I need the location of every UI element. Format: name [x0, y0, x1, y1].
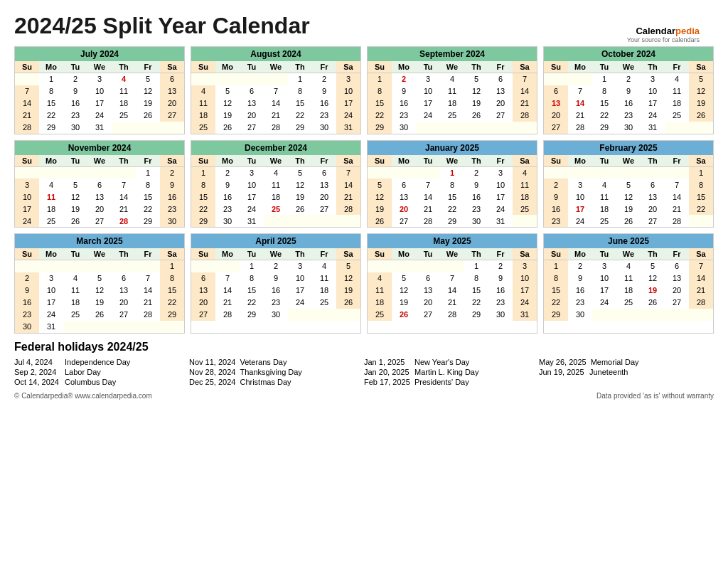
cal-cell: 10 — [488, 179, 513, 191]
day-header-mo: Mo — [392, 248, 416, 260]
cal-cell: 8 — [440, 179, 464, 191]
cal-cell: 8 — [592, 85, 616, 97]
cal-cell — [160, 122, 184, 134]
day-header-mo: Mo — [215, 61, 240, 73]
cal-cell: 15 — [240, 285, 264, 297]
holiday-row: Jan 1, 2025New Year's Day — [364, 358, 539, 366]
holiday-date: Jan 1, 2025 — [364, 358, 410, 366]
cal-cell: 13 — [240, 97, 264, 110]
cal-table: SuMoTuWeThFrSa12345678910111213141516171… — [15, 248, 184, 333]
cal-cell: 14 — [336, 179, 360, 191]
cal-cell: 6 — [240, 85, 264, 97]
cal-cell: 2 — [616, 73, 641, 85]
cal-cell: 15 — [136, 191, 160, 203]
cal-cell: 3 — [488, 166, 513, 179]
cal-cell: 21 — [136, 297, 160, 309]
day-header-we: We — [87, 155, 112, 167]
holiday-row: Sep 2, 2024Labor Day — [14, 368, 189, 376]
footer-left: © Calendarpedia® www.calendarpedia.com — [14, 392, 152, 400]
cal-cell: 9 — [464, 179, 488, 191]
cal-cell — [191, 260, 215, 272]
cal-cell: 10 — [288, 272, 312, 285]
cal-cell: 19 — [616, 203, 641, 215]
day-header-sa: Sa — [336, 155, 360, 167]
cal-cell: 10 — [513, 272, 537, 285]
holiday-date: Nov 28, 2024 — [189, 368, 235, 376]
cal-cell: 26 — [464, 110, 488, 122]
cal-cell: 10 — [39, 285, 63, 297]
cal-cell: 6 — [160, 73, 184, 85]
cal-cell: 1 — [464, 260, 488, 272]
cal-cell: 10 — [568, 191, 592, 203]
cal-cell: 24 — [416, 110, 440, 122]
cal-cell — [641, 166, 665, 179]
cal-cell: 4 — [264, 166, 288, 179]
month-january-2025: January 2025SuMoTuWeThFrSa12345678910111… — [367, 140, 537, 228]
footer: © Calendarpedia® www.calendarpedia.com D… — [14, 392, 714, 400]
cal-cell: 27 — [641, 215, 665, 227]
cal-cell: 23 — [616, 110, 641, 122]
day-header-fr: Fr — [136, 248, 160, 260]
cal-cell: 25 — [616, 297, 641, 309]
day-header-su: Su — [15, 61, 39, 73]
cal-cell: 30 — [616, 122, 641, 134]
cal-cell: 6 — [641, 179, 665, 191]
cal-cell: 18 — [592, 203, 616, 215]
holidays-grid: Jul 4, 2024Independence DaySep 2, 2024La… — [14, 358, 714, 388]
cal-cell — [665, 309, 689, 321]
day-header-mo: Mo — [568, 61, 592, 73]
cal-cell: 7 — [689, 260, 713, 272]
day-header-mo: Mo — [568, 155, 592, 167]
cal-cell: 15 — [689, 191, 713, 203]
cal-cell: 29 — [592, 122, 616, 134]
cal-cell: 23 — [488, 297, 513, 309]
cal-cell: 5 — [63, 179, 87, 191]
holiday-name: Columbus Day — [65, 378, 116, 386]
cal-cell: 3 — [513, 260, 537, 272]
cal-cell: 14 — [136, 285, 160, 297]
cal-cell — [112, 321, 136, 333]
cal-cell: 27 — [665, 297, 689, 309]
cal-cell: 6 — [87, 179, 112, 191]
cal-cell: 29 — [136, 215, 160, 227]
cal-cell: 5 — [616, 179, 641, 191]
cal-cell: 7 — [416, 179, 440, 191]
day-header-tu: Tu — [240, 248, 264, 260]
cal-cell: 13 — [112, 285, 136, 297]
cal-cell — [312, 309, 336, 321]
cal-cell: 22 — [440, 203, 464, 215]
cal-cell: 10 — [336, 85, 360, 97]
cal-cell: 9 — [392, 85, 416, 97]
cal-cell: 12 — [87, 285, 112, 297]
logo-tagline: Your source for calendars — [627, 36, 700, 43]
cal-cell: 7 — [264, 85, 288, 97]
cal-cell: 31 — [39, 321, 63, 333]
day-header-we: We — [264, 61, 288, 73]
cal-cell: 21 — [689, 285, 713, 297]
cal-cell: 4 — [592, 179, 616, 191]
cal-cell — [264, 215, 288, 227]
cal-cell — [63, 166, 87, 179]
holiday-date: Oct 14, 2024 — [14, 378, 60, 386]
cal-cell — [63, 321, 87, 333]
cal-cell: 3 — [87, 73, 112, 85]
cal-cell: 13 — [665, 272, 689, 285]
page-title: 2024/25 Split Year Calendar — [14, 13, 714, 39]
cal-cell: 4 — [312, 260, 336, 272]
cal-cell: 8 — [689, 179, 713, 191]
holiday-col-3: May 26, 2025Memorial DayJun 19, 2025June… — [539, 358, 714, 388]
cal-cell: 16 — [392, 97, 416, 110]
cal-cell: 21 — [665, 203, 689, 215]
cal-cell: 7 — [440, 272, 464, 285]
cal-cell: 17 — [592, 285, 616, 297]
cal-cell: 25 — [191, 122, 215, 134]
cal-cell: 13 — [544, 97, 568, 110]
cal-cell — [39, 260, 63, 272]
cal-cell — [136, 321, 160, 333]
cal-cell: 17 — [513, 285, 537, 297]
cal-cell: 17 — [15, 203, 39, 215]
cal-cell: 17 — [288, 285, 312, 297]
cal-cell: 23 — [312, 110, 336, 122]
cal-cell: 11 — [440, 85, 464, 97]
cal-cell: 6 — [191, 272, 215, 285]
